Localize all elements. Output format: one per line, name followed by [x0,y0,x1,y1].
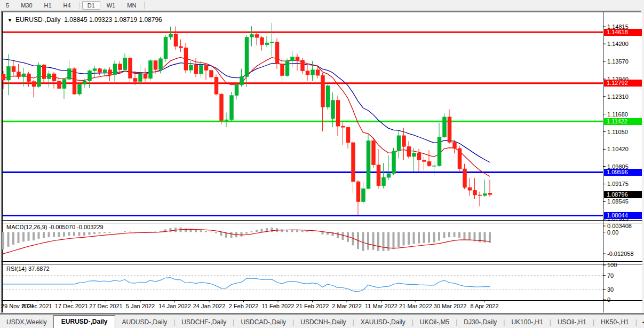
tab-usoil-h1[interactable]: USOil-,H1 [551,316,593,328]
level-price-badge: 1.09596 [604,169,642,176]
date-axis-label: 2 Mar 2022 [332,303,362,309]
date-axis-label: 11 Feb 2022 [262,303,295,309]
level-price-badge: 1.12792 [604,80,642,87]
level-price-badge: 1.14618 [604,29,642,36]
chart-expander-icon[interactable]: ▼ [7,18,12,23]
tab-xauusd-daily[interactable]: XAUUSD-,Daily [354,316,412,328]
timeframe-button-h4[interactable]: H4 [58,1,76,10]
chart-title: ▼EURUSD-,Daily 1.08845 1.09323 1.08719 1… [7,16,162,24]
tab-dj30-daily[interactable]: DJ30-,Daily [457,316,503,328]
tab-hk50-h1[interactable]: HK50-,H1 [594,316,635,328]
current-price-badge: 1.08796 [604,191,642,198]
timeframe-toolbar: 5M30H1H4D1W1MN [0,0,644,10]
price-axis-label: 1.10420 [607,146,629,152]
timeframe-button-w1[interactable]: W1 [101,1,121,10]
level-price-badge: 1.11422 [604,118,642,125]
tab-usdcnh-daily[interactable]: USDCNH-,Daily [294,316,352,328]
macd-panel-title: MACD(12,26,9) -0.005070 -0.003229 [6,224,104,230]
macd-axis-label: 0.003408 [607,223,632,229]
tab-eurusd-daily[interactable]: EURUSD-,Daily [53,315,116,328]
price-axis-label: 1.09175 [607,181,629,187]
tab-usdchf-daily[interactable]: USDCHF-,Daily [175,316,233,328]
timeframe-button-5[interactable]: 5 [1,1,14,10]
rsi-axis-label: 70 [607,272,614,279]
chart-symbol-period: EURUSD-,Daily [15,16,61,24]
tab-scroll-controls: ◄► [641,320,644,328]
tab-usdcad-daily[interactable]: USDCAD-,Daily [234,316,292,328]
date-axis-label: 8 Apr 2022 [470,303,498,309]
date-axis-label: 8 Dec 2021 [22,303,52,309]
timeframe-button-mn[interactable]: MN [122,1,141,10]
toolbar-separator [79,2,79,9]
date-axis-label: 17 Dec 2021 [55,303,88,309]
tab-scroll-left-icon[interactable]: ◄ [641,320,644,325]
date-axis-label: 21 Mar 2022 [399,303,432,309]
chart-window[interactable] [1,11,642,313]
date-axis-label: 30 Mar 2022 [434,303,467,309]
date-axis-label: 24 Jan 2022 [193,303,226,309]
date-axis-label: 11 Mar 2022 [365,303,397,309]
date-axis-label: 5 Jan 2022 [126,303,155,309]
macd-axis-label: -0.012058 [607,251,634,257]
price-axis-label: 1.12310 [607,93,629,100]
date-axis-label: 27 Dec 2021 [89,303,122,309]
rsi-axis-label: 30 [607,286,614,293]
timeframe-button-m30[interactable]: M30 [15,1,37,10]
toolbar-separator [144,2,145,9]
price-axis-label: 1.08545 [607,198,629,205]
rsi-axis-label: 100 [607,262,617,268]
date-axis-label: 21 Feb 2022 [296,303,329,309]
macd-axis-label: 0.00 [607,229,618,236]
chart-ohlc-readout: 1.08845 1.09323 1.08719 1.08796 [64,16,162,24]
rsi-axis-label: 0 [607,296,610,303]
price-axis-label: 1.14200 [607,41,629,47]
tab-usdx-weekly[interactable]: USDX,Weekly [0,316,53,328]
date-axis-label: 14 Jan 2022 [158,303,191,309]
price-axis-label: 1.13570 [607,58,629,65]
price-axis-label: 1.11050 [607,129,628,135]
tab-audusd-daily[interactable]: AUDUSD-,Daily [115,316,173,328]
timeframe-button-d1[interactable]: D1 [82,1,100,10]
timeframe-button-h1[interactable]: H1 [39,1,57,10]
price-axis-label: 1.11680 [607,111,628,118]
tab-separator: | [635,318,637,328]
tab-ukoil-m5[interactable]: UKOil-,M5 [414,316,456,328]
level-price-badge: 1.08044 [604,212,642,219]
date-axis-label: 2 Feb 2022 [229,303,259,309]
tab-uk100-h1[interactable]: UK100-,H1 [505,316,549,328]
chart-tab-bar: USDX,WeeklyEURUSD-,DailyAUDUSD-,Daily|US… [0,314,644,328]
rsi-panel-title: RSI(14) 37.6872 [6,265,50,272]
